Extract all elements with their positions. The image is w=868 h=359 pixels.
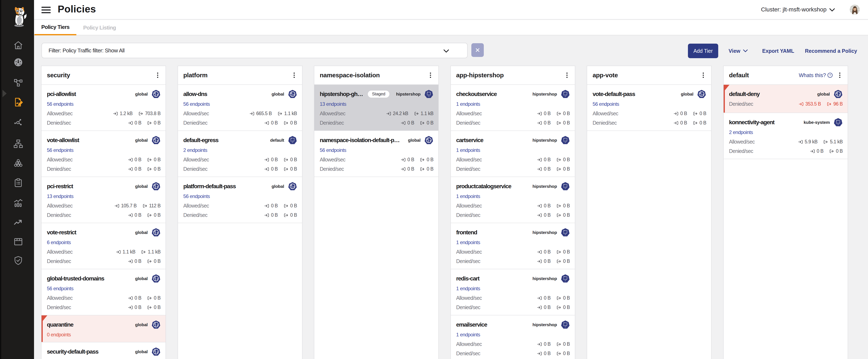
svg-text:ns: ns — [565, 234, 566, 235]
svg-text:ns: ns — [565, 141, 566, 143]
svg-text:ns: ns — [565, 326, 566, 327]
svg-text:?: ? — [829, 73, 831, 77]
svg-text:ns: ns — [837, 123, 839, 125]
svg-text:ns: ns — [428, 95, 430, 97]
svg-text:ns: ns — [565, 95, 566, 97]
svg-text:ns: ns — [565, 280, 566, 281]
svg-text:ns: ns — [565, 188, 566, 189]
svg-text:ns: ns — [292, 141, 293, 143]
